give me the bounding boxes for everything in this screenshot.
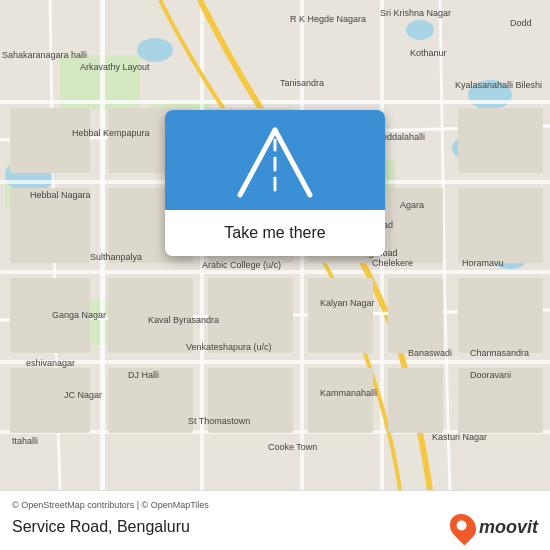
svg-rect-28 xyxy=(308,278,373,353)
popup-card: Take me there xyxy=(165,110,385,256)
svg-line-44 xyxy=(275,130,310,195)
svg-rect-32 xyxy=(388,188,443,263)
svg-point-8 xyxy=(468,80,512,110)
moovit-brand-text: moovit xyxy=(479,517,538,538)
svg-rect-18 xyxy=(0,270,550,274)
popup-icon-area xyxy=(165,110,385,210)
svg-point-7 xyxy=(137,38,173,62)
moovit-pin-icon xyxy=(445,509,482,546)
road-icon xyxy=(230,120,320,200)
svg-rect-30 xyxy=(208,368,293,433)
take-me-there-button[interactable]: Take me there xyxy=(165,210,385,256)
svg-rect-29 xyxy=(108,368,193,433)
svg-rect-31 xyxy=(308,368,373,433)
svg-point-11 xyxy=(406,20,434,40)
svg-rect-36 xyxy=(10,188,90,263)
svg-rect-19 xyxy=(0,360,550,364)
svg-rect-33 xyxy=(388,278,443,353)
svg-rect-16 xyxy=(0,100,550,104)
svg-rect-12 xyxy=(100,0,105,490)
svg-rect-40 xyxy=(458,188,543,263)
bottom-bar: © OpenStreetMap contributors | © OpenMap… xyxy=(0,490,550,550)
svg-line-43 xyxy=(240,130,275,195)
svg-rect-35 xyxy=(10,108,90,173)
svg-rect-27 xyxy=(208,278,293,353)
moovit-logo: moovit xyxy=(451,513,538,541)
svg-rect-38 xyxy=(10,368,90,433)
map-container: R K Hegde NagaraSri Krishna NagarDoddSah… xyxy=(0,0,550,490)
svg-rect-42 xyxy=(458,368,543,433)
attribution-text: © OpenStreetMap contributors | © OpenMap… xyxy=(12,500,538,510)
svg-rect-37 xyxy=(10,278,90,353)
svg-rect-39 xyxy=(458,108,543,173)
svg-rect-26 xyxy=(108,278,193,353)
location-text: Service Road, Bengaluru xyxy=(12,518,190,536)
svg-rect-41 xyxy=(458,278,543,353)
svg-rect-34 xyxy=(388,368,443,433)
